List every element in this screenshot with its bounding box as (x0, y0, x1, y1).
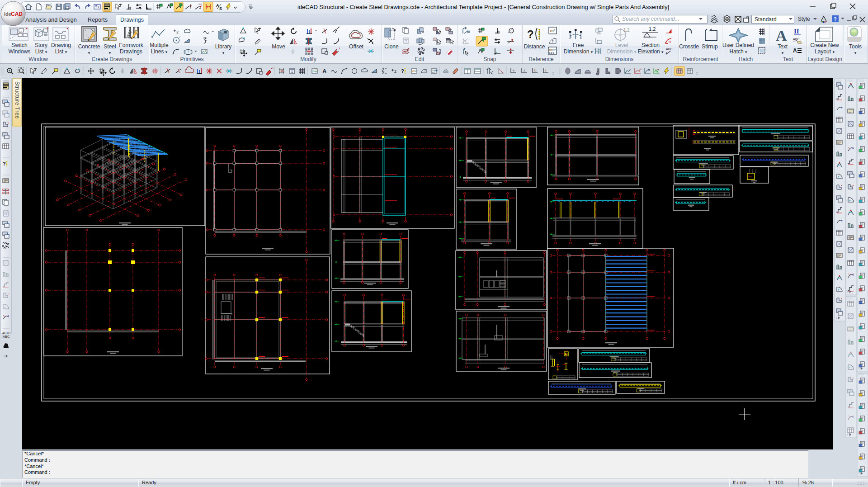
svg-text:1.2: 1.2 (649, 26, 656, 32)
svg-text:r: r (545, 68, 547, 72)
svg-text:m²: m² (550, 28, 555, 33)
svg-text:AUTO: AUTO (2, 331, 10, 335)
svg-text:2: 2 (394, 69, 396, 74)
svg-text:x: x (513, 68, 514, 72)
svg-text:?: ? (424, 69, 426, 72)
svg-text:II: II (794, 28, 799, 35)
svg-text:S: S (219, 6, 222, 11)
svg-text:A: A (793, 47, 797, 54)
svg-text:?: ? (834, 16, 837, 22)
svg-text:A: A (776, 27, 787, 44)
svg-text:2: 2 (176, 30, 179, 34)
svg-text:mm²: mm² (549, 48, 556, 51)
svg-text:?: ? (527, 28, 534, 40)
svg-text:A: A (322, 68, 327, 75)
svg-text:R: R (669, 40, 671, 44)
svg-text:ABC: ABC (666, 47, 672, 51)
svg-text:?: ? (401, 68, 404, 74)
svg-text:ide: ide (4, 11, 11, 17)
svg-text:1.2: 1.2 (623, 28, 630, 33)
svg-text:ABC: ABC (3, 335, 10, 339)
svg-text:z: z (524, 68, 525, 72)
svg-text:m²: m² (412, 69, 417, 73)
svg-text:?: ? (552, 39, 554, 43)
svg-text:b: b (534, 68, 537, 72)
svg-text:?: ? (3, 161, 6, 166)
svg-text:mm²: mm² (432, 69, 438, 72)
svg-text:CAD: CAD (11, 11, 23, 17)
